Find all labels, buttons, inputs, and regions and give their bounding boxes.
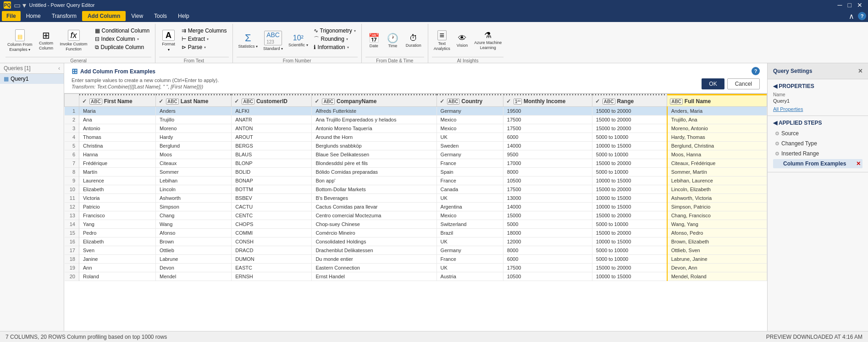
table-row[interactable]: 14YangWangCHOPSChop-suey ChineseSwitzerl… [65,220,767,229]
date-button[interactable]: 📅 Date [365,27,382,55]
fullname-cell[interactable]: Lincoln, Elizabeth [667,185,767,194]
column-from-examples-button[interactable]: ▤ Column FromExamples ▾ [6,27,34,55]
step-item-2[interactable]: ⚙Inserted Range [773,149,862,158]
col-header-lastname[interactable]: ✓ ABC Last Name [156,94,232,107]
azure-ml-button[interactable]: ⚗ Azure MachineLearning [472,27,503,55]
panel-close-button[interactable]: × [858,67,862,75]
merge-columns-button[interactable]: ⇉ Merge Columns [180,27,229,35]
table-row[interactable]: 2AnaTrujilloANATRAna Trujillo Emparedado… [65,116,767,124]
col-header-customerid[interactable]: ✓ ABC CustomerID [232,94,312,107]
rounding-button[interactable]: ⌒ Rounding ▾ [312,35,358,43]
col-header-companyname[interactable]: ✓ ABC CompanyName [312,94,437,107]
fullname-cell[interactable]: Moreno, Antonio [667,124,767,133]
table-row[interactable]: 16ElizabethBrownCONSHConsolidated Holdin… [65,237,767,246]
fullname-cell[interactable]: Ashworth, Victoria [667,194,767,203]
menu-transform[interactable]: Transform [46,11,82,21]
menu-help[interactable]: Help [172,11,195,21]
sidebar-collapse-button[interactable]: ‹ [58,65,60,72]
col-header-firstname[interactable]: ✓ ABC First Name [79,94,156,107]
custom-column-button[interactable]: ⊞ CustomColumn [36,27,56,55]
fullname-cell[interactable]: Sommer, Martín [667,168,767,177]
parse-button[interactable]: ⊳ Parse ▾ [180,43,229,51]
cancel-button[interactable]: Cancel [727,78,760,89]
all-properties-link[interactable]: All Properties [773,106,862,112]
table-row[interactable]: 6HannaMoosBLAUSBlaue See DelikatessenGer… [65,150,767,159]
table-row[interactable]: 13FranciscoChangCENTCCentro comercial Mo… [65,211,767,220]
step-settings-icon[interactable]: ⚙ [775,151,780,157]
invoke-custom-function-button[interactable]: fx Invoke CustomFunction [58,27,89,55]
table-row[interactable]: 3AntonioMorenoANTONAntonio Moreno Taquer… [65,124,767,133]
menu-tools[interactable]: Tools [149,11,172,21]
table-row[interactable]: 18JanineLabruneDUMONDu monde entierFranc… [65,255,767,264]
vision-button[interactable]: 👁 Vision [454,27,470,55]
fullname-cell[interactable]: Berglund, Christina [667,142,767,150]
table-row[interactable]: 20RolandMendelERNSHErnst HandelAustria10… [65,272,767,281]
table-row[interactable]: 7FrédériqueCiteauxBLONPBlondesddsl père … [65,159,767,168]
menu-home[interactable]: Home [21,11,46,21]
conditional-column-button[interactable]: ▦ Conditional Column [93,27,152,35]
table-row[interactable]: 10ElizabethLincolnBOTTMBottom-Dollar Mar… [65,185,767,194]
step-item-1[interactable]: ⚙Changed Type [773,139,862,148]
table-row[interactable]: 11VictoriaAshworthBSBEVB's BeveragesUK13… [65,194,767,203]
information-button[interactable]: ℹ Information ▾ [312,43,358,51]
table-row[interactable]: 1MariaAndersALFKIAlfreds FutterkisteGerm… [65,107,767,116]
step-settings-icon[interactable]: ⚙ [775,141,780,147]
step-delete-button[interactable]: ✕ [856,160,861,167]
text-analytics-button[interactable]: ≡ TextAnalytics [432,27,452,55]
table-row[interactable]: 17SvenOttliebDRACDDrachenblut Delikatess… [65,246,767,255]
col-header-monthlyincome[interactable]: ✓ 1²³ Monthly Income [503,94,592,107]
col-header-country[interactable]: ✓ ABC Country [437,94,503,107]
close-button[interactable]: ✕ [855,2,864,8]
index-column-button[interactable]: ⊟ Index Column ▾ [93,35,152,43]
cell-5: Spain [437,168,503,177]
extract-button[interactable]: ⊢ Extract ▾ [180,35,229,43]
sidebar-item-query1[interactable]: ▦ Query1 [0,74,64,84]
step-item-3[interactable]: Column From Examples✕ [773,159,862,168]
col-header-fullname[interactable]: ABC Full Name [667,94,767,107]
help-button[interactable]: ? [752,67,760,75]
menu-view[interactable]: View [126,11,149,21]
step-settings-icon[interactable]: ⚙ [775,131,780,137]
fullname-cell[interactable]: Labrune, Janine [667,255,767,264]
table-row[interactable]: 9LaurenceLebihanBONAPBon app'France10500… [65,177,767,185]
fullname-cell[interactable]: Citeaux, Frédérique [667,159,767,168]
fullname-cell[interactable]: Chang, Francisco [667,211,767,220]
table-row[interactable]: 4ThomasHardyAROUTAround the HornUK600050… [65,133,767,142]
fullname-cell[interactable]: Moos, Hanna [667,150,767,159]
fullname-cell[interactable]: Brown, Elizabeth [667,237,767,246]
format-button[interactable]: A Format ▾ [159,27,178,55]
fullname-cell[interactable]: Ottlieb, Sven [667,246,767,255]
fullname-cell[interactable]: Afonso, Pedro [667,229,767,237]
duration-button[interactable]: ⏱ Duration [403,27,424,55]
ok-button[interactable]: OK [702,78,724,89]
table-container[interactable]: ✓ ABC First Name ✓ ABC Last Name [64,94,767,331]
step-item-0[interactable]: ⚙Source [773,129,862,138]
maximize-button[interactable]: □ [846,2,853,8]
table-row[interactable]: 8MartínSommerBOLIDBólido Comidas prepara… [65,168,767,177]
duplicate-column-button[interactable]: ⧉ Duplicate Column [93,43,152,51]
fullname-cell[interactable]: Hardy, Thomas [667,133,767,142]
table-row[interactable]: 5ChristinaBerglundBERGSBerglunds snabbkö… [65,142,767,150]
time-button[interactable]: 🕐 Time [384,27,401,55]
cell-4: Blaue See Delikatessen [312,150,437,159]
fullname-cell[interactable]: Lebihan, Laurence [667,177,767,185]
minimize-button[interactable]: ─ [836,2,844,8]
col-header-range[interactable]: ✓ ABC Range [592,94,667,107]
scientific-button[interactable]: 10² Scientific ▾ [287,27,310,55]
help-icon[interactable]: ? [858,12,866,20]
trigonometry-button[interactable]: ∿ Trigonometry ▾ [312,27,358,35]
fullname-cell[interactable]: Mendel, Roland [667,272,767,281]
fullname-cell[interactable]: Devon, Ann [667,264,767,272]
fullname-cell[interactable]: Simpson, Patricio [667,203,767,211]
fullname-cell[interactable]: Trujillo, Ana [667,116,767,124]
fullname-cell[interactable]: Wang, Yang [667,220,767,229]
fullname-cell[interactable]: Anders, Maria [667,107,767,116]
statistics-button[interactable]: Σ Statistics ▾ [237,27,260,55]
menu-file[interactable]: File [2,11,21,21]
table-row[interactable]: 15PedroAfonsoCOMMIComércio MineiroBrazil… [65,229,767,237]
cell-3: BONAP [232,177,312,185]
table-row[interactable]: 12PatricioSimpsonCACTUCactus Comidas par… [65,203,767,211]
menu-add-column[interactable]: Add Column [82,11,126,21]
standard-button[interactable]: ABC123 Standard ▾ [261,27,285,55]
table-row[interactable]: 19AnnDevonEASTCEastern ConnectionUK17500… [65,264,767,272]
